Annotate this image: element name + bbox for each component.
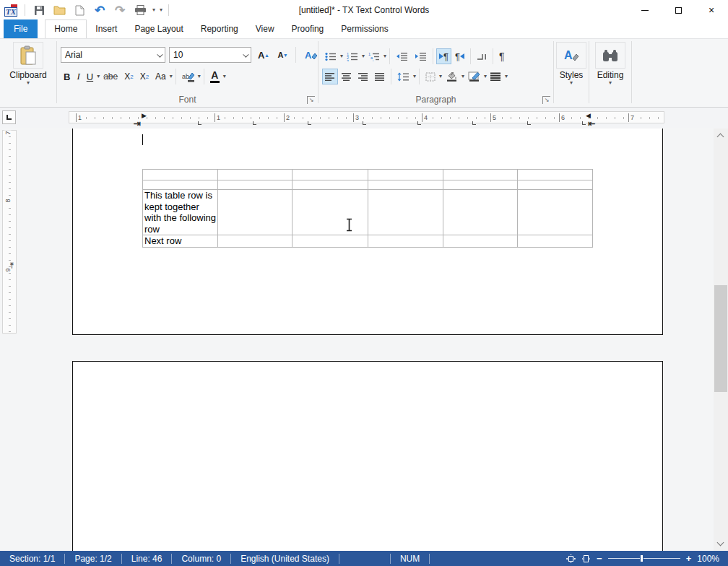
close-button[interactable]: × — [695, 0, 728, 20]
multilevel-list-dropdown-arrow[interactable]: ▾ — [384, 53, 386, 59]
first-line-indent-marker[interactable]: ▶ — [142, 113, 147, 119]
table-row[interactable]: Next row — [143, 235, 593, 248]
align-left-button[interactable] — [322, 69, 338, 84]
vertical-scrollbar[interactable] — [714, 129, 728, 551]
tab-permissions[interactable]: Permissions — [332, 19, 396, 38]
line-spacing-dropdown-arrow[interactable]: ▾ — [413, 74, 416, 79]
tab-stop-marker[interactable] — [582, 121, 586, 125]
paragraph-dialog-launcher[interactable]: ↘ — [542, 96, 550, 104]
left-to-right-text-button[interactable]: ¶ — [436, 48, 451, 64]
align-center-button[interactable] — [339, 69, 355, 84]
page-border-dropdown-arrow[interactable]: ▾ — [484, 74, 487, 79]
align-right-button[interactable] — [355, 69, 371, 84]
tab-stop-marker[interactable] — [417, 121, 421, 125]
text-highlight-button[interactable]: ab — [179, 69, 197, 84]
document-table[interactable]: This table row is kept together with the… — [142, 169, 593, 248]
numbered-list-button[interactable]: 123 — [344, 48, 361, 64]
highlight-dropdown-arrow[interactable]: ▾ — [198, 74, 201, 79]
editing-button[interactable]: Editing ▾ — [589, 42, 631, 86]
tab-view[interactable]: View — [247, 19, 283, 38]
shading-button[interactable] — [443, 69, 461, 84]
zoom-slider-thumb[interactable] — [640, 554, 644, 562]
maximize-button[interactable] — [662, 0, 695, 20]
app-window: TX ↶ ↷ ▾ ▾ [untitled]* - TX Text Control… — [0, 0, 728, 566]
multilevel-list-button[interactable]: 1ai — [365, 48, 383, 64]
minimize-button[interactable] — [628, 0, 662, 20]
increase-indent-button[interactable] — [412, 48, 430, 64]
horizontal-rule-button[interactable] — [488, 69, 504, 84]
page-2[interactable] — [72, 361, 663, 551]
subscript-button[interactable]: X2 — [121, 69, 136, 84]
right-margin-marker[interactable]: ⇤ — [588, 119, 595, 128]
superscript-button[interactable]: X2 — [137, 69, 152, 84]
shrink-font-button[interactable]: A▾ — [274, 47, 290, 63]
tab-insert[interactable]: Insert — [87, 19, 126, 38]
grow-font-button[interactable]: A▴ — [255, 47, 271, 63]
tab-file[interactable]: File — [4, 19, 38, 38]
tab-stop-marker[interactable] — [472, 121, 476, 125]
font-family-combobox[interactable]: Arial — [61, 47, 165, 63]
mouse-ibeam-cursor — [345, 218, 353, 232]
bold-button[interactable]: B — [61, 69, 73, 84]
tab-stop-marker[interactable] — [308, 121, 311, 125]
borders-button[interactable] — [422, 69, 438, 84]
font-dialog-launcher[interactable]: ↘ — [307, 96, 315, 104]
styles-dropdown-arrow[interactable]: ▾ — [570, 80, 573, 86]
change-case-dropdown-arrow[interactable]: ▾ — [170, 74, 173, 79]
bottom-margin-marker[interactable]: ⇤ — [8, 262, 16, 269]
editing-dropdown-arrow[interactable]: ▾ — [609, 80, 612, 86]
decrease-indent-button[interactable] — [393, 48, 411, 64]
line-spacing-button[interactable] — [394, 69, 412, 84]
tab-stop-marker[interactable] — [363, 121, 366, 125]
strikethrough-button[interactable]: abe — [100, 69, 121, 84]
chevron-down-icon[interactable] — [157, 51, 162, 57]
chevron-down-icon[interactable] — [243, 51, 248, 57]
justify-button[interactable] — [372, 69, 388, 84]
zoom-level[interactable]: 100% — [697, 554, 719, 564]
tab-stop-marker[interactable] — [527, 121, 531, 125]
scroll-down-arrow-icon[interactable] — [717, 539, 724, 547]
zoom-in-button[interactable]: + — [686, 554, 692, 563]
table-row[interactable] — [143, 170, 593, 180]
left-indent-marker[interactable]: ⇥ — [134, 119, 141, 128]
table-row[interactable] — [143, 180, 593, 190]
font-size-combobox[interactable]: 10 — [169, 47, 251, 63]
numbered-list-dropdown-arrow[interactable]: ▾ — [362, 53, 365, 59]
underline-button[interactable]: U — [84, 69, 96, 84]
tab-stop-marker[interactable] — [253, 121, 256, 125]
page-border-button[interactable] — [465, 69, 483, 84]
tab-reporting[interactable]: Reporting — [192, 19, 247, 38]
tab-stop-selector[interactable] — [2, 110, 16, 124]
fit-page-icon[interactable] — [566, 554, 576, 563]
font-color-button[interactable]: A — [207, 69, 222, 84]
borders-dropdown-arrow[interactable]: ▾ — [439, 74, 442, 79]
bullet-list-button[interactable] — [322, 48, 339, 64]
scrollbar-thumb[interactable] — [714, 285, 727, 392]
clipboard-dropdown-arrow[interactable]: ▾ — [27, 80, 30, 86]
table-cell-kept-together[interactable]: This table row is kept together with the… — [143, 190, 218, 235]
separator — [419, 69, 420, 84]
tab-home[interactable]: Home — [45, 19, 87, 38]
zoom-out-button[interactable]: − — [597, 554, 602, 563]
table-row[interactable]: This table row is kept together with the… — [143, 190, 593, 235]
shading-dropdown-arrow[interactable]: ▾ — [462, 74, 464, 79]
show-formatting-marks-button[interactable]: ¶ — [496, 48, 508, 64]
font-color-dropdown-arrow[interactable]: ▾ — [223, 74, 226, 79]
tab-proofing[interactable]: Proofing — [283, 19, 333, 38]
styles-button[interactable]: A Styles ▾ — [554, 42, 589, 86]
horizontal-rule-dropdown-arrow[interactable]: ▾ — [505, 74, 508, 79]
tab-page-layout[interactable]: Page Layout — [126, 19, 191, 38]
insert-break-button[interactable] — [474, 48, 490, 64]
fit-width-icon[interactable] — [581, 554, 591, 563]
zoom-slider[interactable] — [608, 558, 680, 559]
paste-button[interactable]: Clipboard ▾ — [0, 42, 56, 86]
tab-stop-marker[interactable] — [198, 121, 202, 125]
change-case-button[interactable]: Aa — [152, 69, 169, 84]
right-to-left-text-button[interactable]: ¶ — [452, 48, 467, 64]
status-language[interactable]: English (United States) — [231, 554, 339, 564]
scroll-up-arrow-icon[interactable] — [717, 134, 724, 141]
bullet-list-dropdown-arrow[interactable]: ▾ — [340, 53, 343, 59]
italic-button[interactable]: I — [74, 69, 82, 84]
table-cell-next-row[interactable]: Next row — [143, 235, 218, 248]
underline-dropdown-arrow[interactable]: ▾ — [97, 74, 100, 79]
